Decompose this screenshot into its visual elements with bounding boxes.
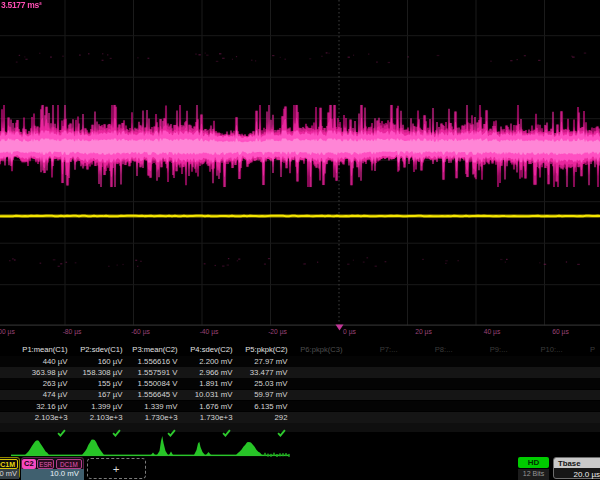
svg-text:-40 µs: -40 µs xyxy=(200,328,219,336)
svg-text:60 µs: 60 µs xyxy=(552,328,569,336)
svg-text:-100 µs: -100 µs xyxy=(0,328,15,336)
svg-text:-60 µs: -60 µs xyxy=(131,328,150,336)
svg-text:40 µs: 40 µs xyxy=(484,328,501,336)
svg-text:-80 µs: -80 µs xyxy=(63,328,82,336)
svg-text:-20 µs: -20 µs xyxy=(268,328,287,336)
svg-text:20 µs: 20 µs xyxy=(415,328,432,336)
svg-text:0 µs: 0 µs xyxy=(343,328,356,336)
